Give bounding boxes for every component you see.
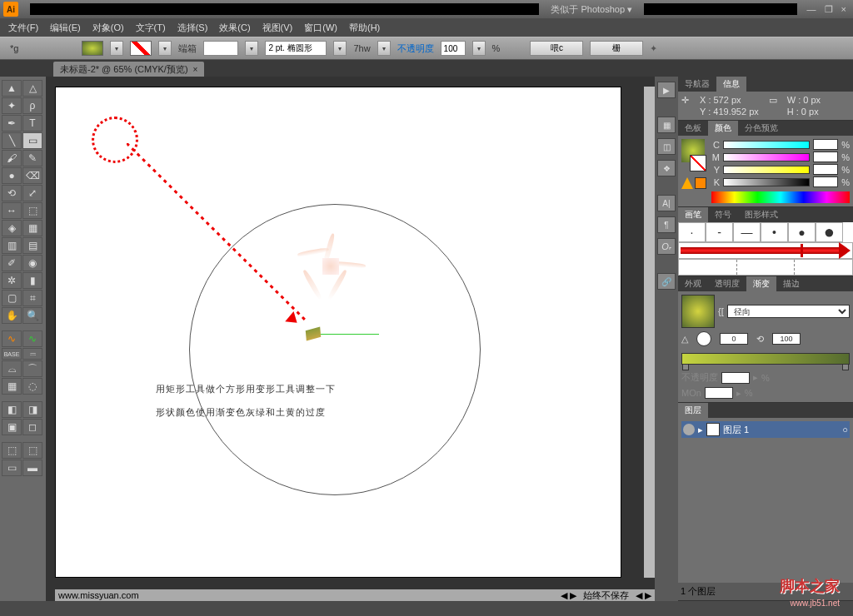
screen-mode-1[interactable]: ▭	[2, 460, 22, 476]
tab-graphicstyles[interactable]: 图形样式	[738, 207, 785, 222]
close-button[interactable]: ×	[841, 4, 846, 15]
fill-swatch[interactable]	[82, 41, 103, 56]
stroke-weight-dd[interactable]: ▾	[245, 41, 258, 56]
pencil-tool[interactable]: ✎	[22, 150, 42, 166]
width-tool[interactable]: ↔	[2, 202, 22, 219]
menu-edit[interactable]: 编辑(E)	[50, 22, 81, 34]
opacity-label[interactable]: 不透明度	[397, 42, 434, 55]
tab-layers[interactable]: 图层	[678, 403, 708, 418]
arrow-brush[interactable]	[678, 242, 853, 259]
menu-view[interactable]: 视图(V)	[262, 22, 293, 34]
fill-stroke-1[interactable]: ◧	[2, 401, 22, 418]
eraser-tool[interactable]: ⌫	[22, 167, 42, 184]
gradient-tool[interactable]: ▤	[22, 237, 42, 254]
y-input[interactable]	[813, 164, 838, 175]
dock-opentype-icon[interactable]: Oᵣ	[657, 238, 676, 255]
dock-play-icon[interactable]: ▶	[657, 82, 676, 98]
menu-file[interactable]: 文件(F)	[8, 22, 38, 34]
gradient-type-select[interactable]: 径向	[727, 305, 850, 318]
layer-row-1[interactable]: ▸ 图层 1 ○	[681, 421, 850, 438]
line-tool[interactable]: ╲	[2, 132, 22, 149]
tab-separations[interactable]: 分色预览	[738, 121, 785, 136]
menu-effect[interactable]: 效果(C)	[219, 22, 250, 34]
stroke-weight-input[interactable]	[203, 41, 238, 56]
graph-tool[interactable]: ▮	[22, 272, 42, 289]
blend-tool[interactable]: ◉	[22, 255, 42, 271]
hand-tool[interactable]: ✋	[2, 307, 22, 324]
warp-tool-1[interactable]: ⌓	[2, 360, 22, 377]
brush-1[interactable]: ·	[678, 222, 706, 242]
eyedropper-tool[interactable]: ✐	[2, 255, 22, 271]
menu-window[interactable]: 窗口(W)	[304, 22, 337, 34]
stroke-swatch[interactable]	[130, 41, 152, 56]
gradient-stop-1[interactable]	[682, 364, 689, 370]
selection-tool[interactable]: ▲	[2, 80, 22, 97]
free-transform-tool[interactable]: ⬚	[22, 202, 42, 219]
lasso-tool[interactable]: ρ	[22, 97, 42, 114]
spiral-tool[interactable]: ◌	[22, 378, 42, 395]
profile-dd[interactable]: ▾	[333, 41, 347, 56]
tab-swatches[interactable]: 色板	[678, 121, 708, 136]
zoom-tool[interactable]: 🔍	[22, 307, 42, 324]
brush-3[interactable]: —	[733, 222, 761, 242]
m-slider[interactable]	[723, 153, 810, 161]
stroke-color-swatch[interactable]	[690, 155, 706, 171]
fill-dropdown[interactable]: ▾	[110, 41, 123, 56]
menu-object[interactable]: 对象(O)	[92, 22, 124, 34]
warp-tool-2[interactable]: ⌒	[22, 360, 42, 377]
style-button-1[interactable]: 喂c	[530, 41, 583, 56]
k-slider[interactable]	[723, 178, 810, 186]
perspective-tool[interactable]: ▦	[22, 220, 42, 236]
extra-tool[interactable]: ⎓	[22, 348, 42, 360]
tab-appearance[interactable]: 外观	[678, 276, 708, 291]
layer-expand-icon[interactable]: ▸	[698, 425, 703, 435]
angle-input[interactable]	[720, 333, 748, 345]
dock-para-icon[interactable]: ¶	[657, 216, 676, 233]
canvas-area[interactable]: 用矩形工具做个方形用变形工具调整一下 形状颜色使用渐变色灰绿和土黄的过度 www…	[47, 77, 655, 601]
brush-dd[interactable]: ▾	[377, 41, 391, 56]
type-tool[interactable]: T	[22, 115, 42, 132]
draw-mode-1[interactable]: ⬚	[2, 442, 22, 459]
dock-brushes-icon[interactable]: ◫	[657, 138, 676, 155]
document-tab[interactable]: 未标题-2* @ 65% (CMYK/预览) ×	[53, 62, 204, 77]
rectangle-tool[interactable]: ▭	[22, 132, 42, 149]
brush-2[interactable]: -	[706, 222, 733, 242]
direct-selection-tool[interactable]: △	[22, 80, 42, 97]
dock-symbols-icon[interactable]: ❖	[657, 160, 676, 176]
gradient-annotator[interactable]	[321, 334, 379, 335]
m-input[interactable]	[813, 152, 838, 162]
artboard-tool[interactable]: ▢	[2, 290, 22, 306]
tab-transparency[interactable]: 透明度	[708, 276, 746, 291]
c-input[interactable]	[813, 139, 838, 150]
angle-dial[interactable]	[696, 331, 711, 346]
curvature-tool[interactable]: ∿	[2, 330, 22, 347]
opacity-input[interactable]	[441, 41, 466, 56]
tab-brushes[interactable]: 画笔	[678, 207, 708, 222]
tab-navigator[interactable]: 导航器	[678, 77, 716, 92]
k-input[interactable]	[813, 176, 838, 187]
web-color-swatch[interactable]	[695, 177, 706, 189]
y-slider[interactable]	[723, 166, 810, 174]
menu-select[interactable]: 选择(S)	[177, 22, 208, 34]
shape-builder-tool[interactable]: ◈	[2, 220, 22, 236]
c-slider[interactable]	[723, 141, 810, 149]
gradient-ramp[interactable]	[681, 353, 850, 365]
tab-symbols[interactable]: 符号	[708, 207, 738, 222]
gradient-stop-2[interactable]	[842, 364, 849, 370]
opacity-dd[interactable]: ▾	[472, 41, 486, 56]
layer-visibility-icon[interactable]	[683, 424, 695, 435]
tab-info[interactable]: 信息	[716, 77, 746, 92]
color-spectrum[interactable]	[711, 191, 850, 203]
brush-5[interactable]: ●	[788, 222, 816, 242]
mesh-tool[interactable]: ▥	[2, 237, 22, 254]
brush-6[interactable]: ●	[816, 222, 843, 242]
gradient-preview[interactable]	[681, 295, 715, 328]
slice-tool[interactable]: ⌗	[22, 290, 42, 306]
tab-stroke-panel[interactable]: 描边	[776, 276, 806, 291]
tab-close-icon[interactable]: ×	[193, 65, 198, 74]
ratio-input[interactable]	[772, 333, 801, 345]
star-shape[interactable]	[297, 233, 364, 300]
gamut-warning-icon[interactable]	[681, 177, 693, 189]
layer-target-icon[interactable]: ○	[842, 425, 848, 435]
layer-name[interactable]: 图层 1	[723, 424, 749, 436]
